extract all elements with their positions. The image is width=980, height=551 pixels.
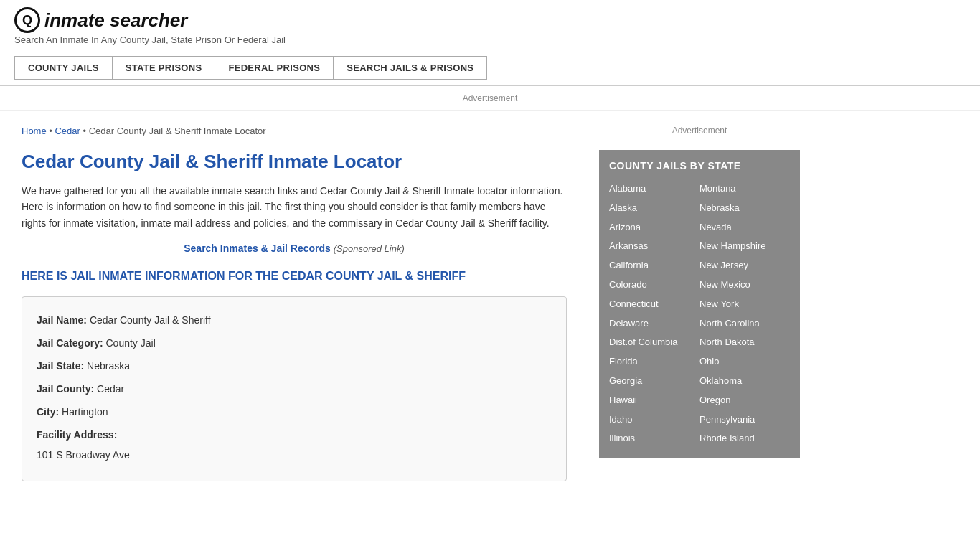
jail-state-value: Nebraska xyxy=(87,360,130,372)
state-link[interactable]: Georgia xyxy=(609,372,699,390)
tagline: Search An Inmate In Any County Jail, Sta… xyxy=(14,34,966,45)
state-link[interactable]: Alaska xyxy=(609,199,699,217)
state-link[interactable]: Oklahoma xyxy=(699,372,790,390)
breadcrumb-cedar[interactable]: Cedar xyxy=(55,126,80,136)
address-label: Facility Address: xyxy=(37,429,117,441)
state-link[interactable]: New Mexico xyxy=(699,276,790,294)
state-link[interactable]: New Jersey xyxy=(699,257,790,275)
jail-category-row: Jail Category: County Jail xyxy=(37,333,552,353)
jail-state-label: Jail State: xyxy=(37,360,84,372)
state-link[interactable]: Illinois xyxy=(609,430,699,448)
state-link[interactable]: Florida xyxy=(609,353,699,371)
jail-name-value: Cedar County Jail & Sheriff xyxy=(90,314,211,326)
state-link[interactable]: Arizona xyxy=(609,219,699,237)
state-link[interactable]: Pennsylvania xyxy=(699,411,790,429)
state-columns: AlabamaAlaskaArizonaArkansasCaliforniaCo… xyxy=(609,180,790,448)
nav-federal-prisons[interactable]: FEDERAL PRISONS xyxy=(215,56,333,80)
state-link[interactable]: Alabama xyxy=(609,180,699,198)
state-box-title: COUNTY JAILS BY STATE xyxy=(609,160,790,171)
state-link[interactable]: North Carolina xyxy=(699,315,790,333)
content-area: Home • Cedar • Cedar County Jail & Sheri… xyxy=(0,111,588,496)
jail-name-row: Jail Name: Cedar County Jail & Sheriff xyxy=(37,310,552,330)
state-link[interactable]: Connecticut xyxy=(609,296,699,314)
sidebar: Advertisement COUNTY JAILS BY STATE Alab… xyxy=(588,111,811,496)
state-link[interactable]: Rhode Island xyxy=(699,430,790,448)
jail-county-row: Jail County: Cedar xyxy=(37,379,552,399)
nav-state-prisons[interactable]: STATE PRISONS xyxy=(112,56,215,80)
state-link[interactable]: Montana xyxy=(699,180,790,198)
state-link[interactable]: Ohio xyxy=(699,353,790,371)
address-row: Facility Address: 101 S Broadway Ave xyxy=(37,425,552,465)
state-link[interactable]: Nevada xyxy=(699,219,790,237)
info-box: Jail Name: Cedar County Jail & Sheriff J… xyxy=(22,296,567,481)
nav-search-jails[interactable]: SEARCH JAILS & PRISONS xyxy=(333,56,487,80)
state-link[interactable]: Delaware xyxy=(609,315,699,333)
sponsored-link-section: Search Inmates & Jail Records (Sponsored… xyxy=(22,242,567,254)
state-link[interactable]: Idaho xyxy=(609,411,699,429)
page-title: Cedar County Jail & Sheriff Inmate Locat… xyxy=(22,151,567,173)
nav-bar: COUNTY JAILS STATE PRISONS FEDERAL PRISO… xyxy=(0,50,980,86)
jail-category-value: County Jail xyxy=(105,337,155,349)
state-link[interactable]: New Hampshire xyxy=(699,237,790,255)
state-link[interactable]: Dist.of Columbia xyxy=(609,334,699,352)
sponsored-link[interactable]: Search Inmates & Jail Records xyxy=(184,242,331,254)
nav-county-jails[interactable]: COUNTY JAILS xyxy=(14,56,112,80)
header: Q inmate searcher Search An Inmate In An… xyxy=(0,0,980,50)
address-value: 101 S Broadway Ave xyxy=(37,445,552,465)
description: We have gathered for you all the availab… xyxy=(22,183,567,231)
jail-name-label: Jail Name: xyxy=(37,314,87,326)
state-link[interactable]: Hawaii xyxy=(609,392,699,410)
city-row: City: Hartington xyxy=(37,402,552,422)
ad-banner-top: Advertisement xyxy=(0,86,980,111)
states-left-column: AlabamaAlaskaArizonaArkansasCaliforniaCo… xyxy=(609,180,699,448)
logo-text: inmate searcher xyxy=(44,9,187,32)
logo-icon: Q xyxy=(14,7,40,33)
breadcrumb-current: Cedar County Jail & Sheriff Inmate Locat… xyxy=(89,126,266,136)
state-link[interactable]: Colorado xyxy=(609,276,699,294)
state-link[interactable]: Arkansas xyxy=(609,237,699,255)
sponsored-suffix: (Sponsored Link) xyxy=(334,243,405,254)
state-link[interactable]: New York xyxy=(699,296,790,314)
jail-category-label: Jail Category: xyxy=(37,337,103,349)
jail-county-value: Cedar xyxy=(97,383,124,395)
sidebar-ad: Advertisement xyxy=(599,118,800,150)
inmate-section-heading: HERE IS JAIL INMATE INFORMATION FOR THE … xyxy=(22,268,567,284)
jail-county-label: Jail County: xyxy=(37,383,94,395)
main-layout: Home • Cedar • Cedar County Jail & Sheri… xyxy=(0,111,980,496)
county-jails-by-state-box: COUNTY JAILS BY STATE AlabamaAlaskaArizo… xyxy=(599,150,800,458)
breadcrumb-home[interactable]: Home xyxy=(22,126,47,136)
jail-state-row: Jail State: Nebraska xyxy=(37,356,552,376)
logo-area: Q inmate searcher xyxy=(14,7,966,33)
state-link[interactable]: California xyxy=(609,257,699,275)
city-value: Hartington xyxy=(62,406,108,418)
state-link[interactable]: North Dakota xyxy=(699,334,790,352)
breadcrumb: Home • Cedar • Cedar County Jail & Sheri… xyxy=(22,126,567,136)
city-label: City: xyxy=(37,406,59,418)
states-right-column: MontanaNebraskaNevadaNew HampshireNew Je… xyxy=(699,180,790,448)
state-link[interactable]: Oregon xyxy=(699,392,790,410)
state-link[interactable]: Nebraska xyxy=(699,199,790,217)
